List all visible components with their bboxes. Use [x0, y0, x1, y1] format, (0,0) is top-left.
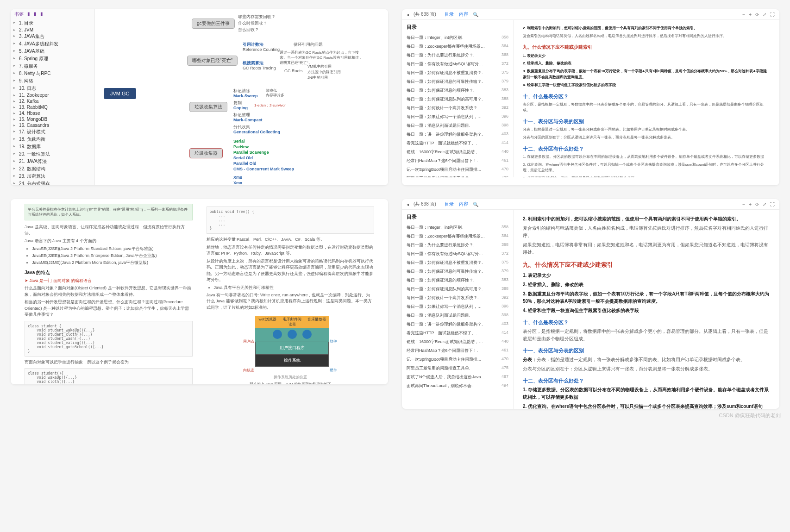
- toc-row[interactable]: 硬核！16000字Redis面试知识点总结，建议收藏440: [407, 338, 508, 346]
- toc-row[interactable]: 每日一题：如何保证消息队列的高可用？.388: [407, 285, 508, 294]
- toc-row[interactable]: 每日一题：你有没有做过MySQL读写分离？.372: [407, 60, 508, 69]
- page-back-icon[interactable]: ◂: [407, 202, 409, 207]
- bookmark-item[interactable]: 23. 加密算法: [13, 173, 92, 180]
- page-back-icon[interactable]: ◂: [407, 12, 409, 17]
- toc-row[interactable]: 面试了N个候选人后，我总结出这份Java面试清..487: [407, 373, 508, 382]
- toc-row[interactable]: 每日一题：为什么要进行系统拆分？.368: [407, 51, 508, 60]
- toc-row[interactable]: 记一次SpringBoot项目启动卡住问题排查记录.470: [407, 355, 508, 364]
- toc-row[interactable]: 每日一题：Integer、int的区别.358: [407, 33, 508, 42]
- expand-icon[interactable]: ⤢: [763, 202, 766, 207]
- toc-row[interactable]: 记一次SpringBoot项目启动卡住问题排查记录.470: [407, 165, 508, 174]
- bookmark-item[interactable]: 15. MongoDB: [13, 116, 92, 122]
- toc-row[interactable]: 每日一题：消息队列面试题问题目.398: [407, 311, 508, 320]
- minus-icon[interactable]: −: [742, 202, 745, 207]
- mm-leaf: ParNew: [233, 144, 249, 149]
- toc-row[interactable]: 每日一题：为什么要进行系统拆分？.368: [407, 241, 508, 250]
- toc-row[interactable]: 每日一题：Integer、int的区别.358: [407, 223, 508, 232]
- bookmark-item[interactable]: 18. 负载均衡: [13, 136, 92, 143]
- toc-row[interactable]: 看完这篇HTTP，面试就稳然不惶了。.414: [407, 329, 508, 338]
- toc-row[interactable]: 经常用HashMap？这6个问题回答下！.461: [407, 156, 508, 165]
- bookmark-item[interactable]: 24. 分布式缓存: [13, 180, 92, 185]
- mm-root-node[interactable]: JVM GC: [104, 88, 136, 99]
- toc-row[interactable]: 阿里员工最常用的问题排查工具单.475: [407, 174, 508, 177]
- bookmark-item[interactable]: 11. Zookeeper: [13, 92, 92, 98]
- toc-row[interactable]: 每日一题：如何设计一个高并发系统？.392: [407, 294, 508, 302]
- article-content[interactable]: 2. 利用索引中的附加列，您可以缩小搜索的范围，但使用一个具有两列的索引不同于使…: [514, 20, 779, 177]
- bookmark-item[interactable]: 2. JVM: [13, 27, 92, 33]
- plus-icon[interactable]: +: [749, 12, 752, 17]
- bookmark-item[interactable]: 3. JAVA集合: [13, 33, 92, 40]
- bookmark-item[interactable]: 9. 网络: [13, 77, 92, 85]
- search-icon[interactable]: 🔍: [473, 202, 478, 207]
- tab-toc[interactable]: 目录: [445, 12, 454, 17]
- mm-leaf: 什么时候回收？: [238, 20, 267, 26]
- fullscreen-icon[interactable]: ⛶: [770, 202, 775, 207]
- toc-row[interactable]: 每日一题：你有没有做过MySQL读写分离？.372: [407, 250, 508, 258]
- minus-icon[interactable]: −: [742, 12, 745, 17]
- toc-row[interactable]: 经常用HashMap？这6个问题回答下！.461: [407, 346, 508, 355]
- article-content[interactable]: 2. 利用索引中的附加列，您可以缩小搜索的范围，但使用一个具有两列的索引不同于使…: [514, 210, 779, 409]
- search-icon[interactable]: 🔍: [473, 12, 478, 17]
- bookmark-item[interactable]: 8. Netty 与RPC: [13, 70, 92, 77]
- bookmark-item[interactable]: 4. JAVA多线程并发: [13, 40, 92, 48]
- tab-content[interactable]: 内容: [459, 201, 468, 207]
- bookmark-item[interactable]: 21. JAVA算法: [13, 158, 92, 165]
- toc-row[interactable]: 每日一题：Zookeeper都有哪些使用场景？.364: [407, 42, 508, 51]
- toc-row[interactable]: 每日一题：如何设计一个高并发系统？.392: [407, 104, 508, 113]
- toc-row[interactable]: 每日一题：如何保证消息不被重复消费？.375: [407, 258, 508, 267]
- bookmark-item[interactable]: 17. 设计模式: [13, 128, 92, 136]
- toc-sidebar[interactable]: 目录 每日一题：Integer、int的区别.358每日一题：Zookeeper…: [402, 210, 514, 409]
- toc-row[interactable]: 每日一题：如何保证消息的可靠性传输？.379: [407, 267, 508, 276]
- toc-row[interactable]: 阿里员工最常用的问题排查工具单.475: [407, 364, 508, 373]
- bookmark-item[interactable]: 20. 一致性算法: [13, 150, 92, 158]
- bookmark-item[interactable]: 13. RabbitMQ: [13, 104, 92, 110]
- mm-node-dead-objects[interactable]: 哪些对象已经"死亡": [187, 56, 238, 66]
- plus-icon[interactable]: +: [749, 202, 752, 207]
- toc-row[interactable]: 每日一题：如何保证消息不被重复消费？.375: [407, 69, 508, 77]
- bookmark-item[interactable]: 22. 数据结构: [13, 165, 92, 173]
- toc-row[interactable]: 硬核！16000字Redis面试知识点总结，建议收藏440: [407, 148, 508, 156]
- mindmap-canvas[interactable]: JVM GC gc要做的三件事 哪些内存需要回收？ 什么时候回收？ 怎么回收？ …: [94, 9, 388, 185]
- bookmark-icon[interactable]: ▮: [40, 11, 43, 18]
- bookmark-icon[interactable]: ▮: [27, 11, 30, 18]
- toc-row[interactable]: 面试再问ThreadLocal，别说你不会.494: [407, 382, 508, 390]
- toc-row[interactable]: 每日一题：讲一讲你理解的微服务架构？.403: [407, 130, 508, 139]
- bookmarks-list[interactable]: 1. 目录2. JVM3. JAVA集合4. JAVA多线程并发5. JAVA基…: [11, 19, 94, 185]
- rotate-icon[interactable]: ⟳: [755, 12, 759, 17]
- toc-row[interactable]: 每日一题：如果让你写一个消息队列，该如何进396: [407, 113, 508, 121]
- toc-row[interactable]: 每日一题：如果让你写一个消息队列，该如何进396: [407, 302, 508, 311]
- toc-row[interactable]: 每日一题：如何保证消息的顺序性？.383: [407, 276, 508, 285]
- bookmark-item[interactable]: 19. 数据库: [13, 143, 92, 150]
- mm-node-gc-algo[interactable]: 垃圾收集算法: [189, 102, 227, 112]
- bookmark-item[interactable]: 10. 日志: [13, 85, 92, 92]
- toc-row[interactable]: 每日一题：如何保证消息的顺序性？.383: [407, 86, 508, 95]
- toc-row[interactable]: 每日一题：如何保证消息队列的高可用？.388: [407, 95, 508, 104]
- mm-node-gc-tasks[interactable]: gc要做的三件事: [192, 19, 235, 29]
- bookmark-item[interactable]: 12. Kafka: [13, 98, 92, 104]
- mm-node-collectors[interactable]: 垃圾收集器: [189, 148, 223, 158]
- bookmark-item[interactable]: 1. 目录: [13, 19, 92, 27]
- mindmap-panel: 书签 ▮ ▮ ▮ 1. 目录2. JVM3. JAVA集合4. JAVA多线程并…: [11, 9, 388, 185]
- bookmark-item[interactable]: 6. Spring 原理: [13, 55, 92, 63]
- mm-leaf: CMS - Concurrent Mark Sweep: [233, 167, 294, 171]
- bookmark-item[interactable]: 16. Cassandra: [13, 122, 92, 128]
- mm-leaf: 怎么回收？: [238, 27, 259, 33]
- rotate-icon[interactable]: ⟳: [755, 202, 759, 207]
- toc-sidebar[interactable]: 目录 每日一题：Integer、int的区别.358每日一题：Zookeeper…: [402, 20, 514, 177]
- bookmark-icon[interactable]: ▮: [34, 11, 37, 18]
- expand-icon[interactable]: ⤢: [763, 12, 766, 17]
- mm-leaf: GC Roots Tracing: [243, 66, 276, 70]
- fullscreen-icon[interactable]: ⛶: [770, 12, 775, 17]
- code-block: class student { void student_wakeUp(){..…: [25, 321, 193, 357]
- tab-toc[interactable]: 目录: [445, 201, 454, 207]
- toc-row[interactable]: 看完这篇HTTP，面试就稳然不惶了。.414: [407, 139, 508, 148]
- tab-content[interactable]: 内容: [459, 12, 468, 17]
- bookmark-item[interactable]: 14. Hbase: [13, 110, 92, 116]
- toc-row[interactable]: 每日一题：消息队列面试题问题目.398: [407, 121, 508, 130]
- toc-row[interactable]: 每日一题：如何保证消息的可靠性传输？.379: [407, 77, 508, 86]
- bookmark-item[interactable]: 5. JAVA基础: [13, 48, 92, 55]
- bookmark-item[interactable]: 7. 微服务: [13, 63, 92, 70]
- toc-row[interactable]: 每日一题：Zookeeper都有哪些使用场景？.364: [407, 232, 508, 241]
- mm-leaf: Mark-Compact: [233, 118, 263, 122]
- toc-row[interactable]: 每日一题：讲一讲你理解的微服务架构？.403: [407, 320, 508, 329]
